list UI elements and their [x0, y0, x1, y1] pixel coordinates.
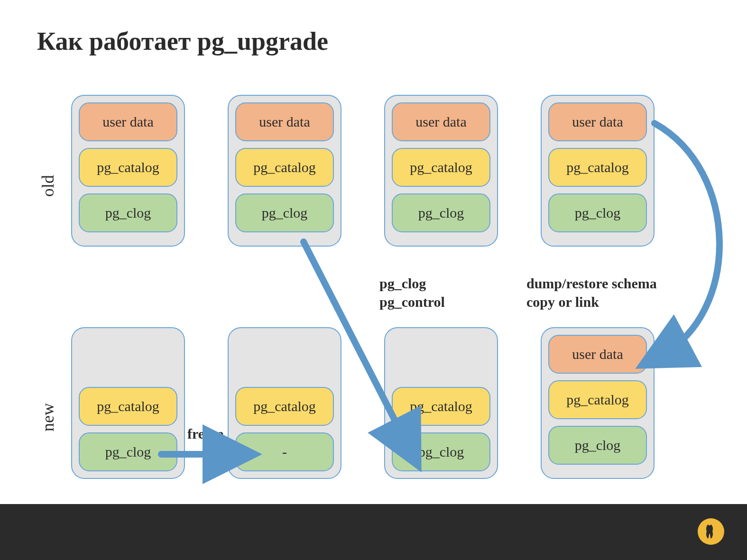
elephant-icon	[704, 523, 718, 540]
box-clog-dash: -	[235, 432, 334, 471]
box-clog: pg_clog	[392, 193, 490, 232]
box-user-data: user data	[548, 335, 647, 374]
new-cluster-1: pg_catalog pg_clog	[71, 327, 185, 479]
row-label-old: old	[38, 175, 58, 197]
box-clog: pg_clog	[79, 193, 177, 232]
new-cluster-4: user data pg_catalog pg_clog	[541, 327, 655, 479]
box-user-data: user data	[392, 102, 490, 141]
old-cluster-2: user data pg_catalog pg_clog	[228, 95, 341, 247]
box-catalog: pg_catalog	[79, 148, 177, 187]
slide-title: Как работает pg_upgrade	[37, 27, 328, 56]
old-cluster-4: user data pg_catalog pg_clog	[541, 95, 655, 247]
box-clog: pg_clog	[235, 193, 334, 232]
row-label-new: new	[38, 403, 58, 431]
old-cluster-1: user data pg_catalog pg_clog	[71, 95, 185, 247]
box-clog: pg_clog	[79, 432, 177, 471]
new-cluster-2: pg_catalog -	[228, 327, 341, 479]
annotation-freeze: freeze	[187, 424, 223, 443]
box-clog: pg_clog	[392, 432, 490, 471]
box-clog: pg_clog	[548, 426, 647, 465]
box-catalog: pg_catalog	[235, 148, 334, 187]
annotation-col3: pg_clog pg_control	[379, 274, 445, 311]
box-user-data: user data	[235, 102, 334, 141]
footer-bar	[0, 504, 747, 560]
box-catalog: pg_catalog	[392, 387, 490, 426]
box-user-data: user data	[79, 102, 177, 141]
box-catalog: pg_catalog	[392, 148, 490, 187]
box-user-data: user data	[548, 102, 647, 141]
box-catalog: pg_catalog	[548, 380, 647, 419]
new-cluster-3: pg_catalog pg_clog	[384, 327, 498, 479]
box-catalog: pg_catalog	[235, 387, 334, 426]
old-cluster-3: user data pg_catalog pg_clog	[384, 95, 498, 247]
box-clog: pg_clog	[548, 193, 647, 232]
box-catalog: pg_catalog	[548, 148, 647, 187]
box-catalog: pg_catalog	[79, 387, 177, 426]
annotation-col4: dump/restore schema copy or link	[526, 274, 657, 311]
logo-badge	[698, 518, 724, 545]
